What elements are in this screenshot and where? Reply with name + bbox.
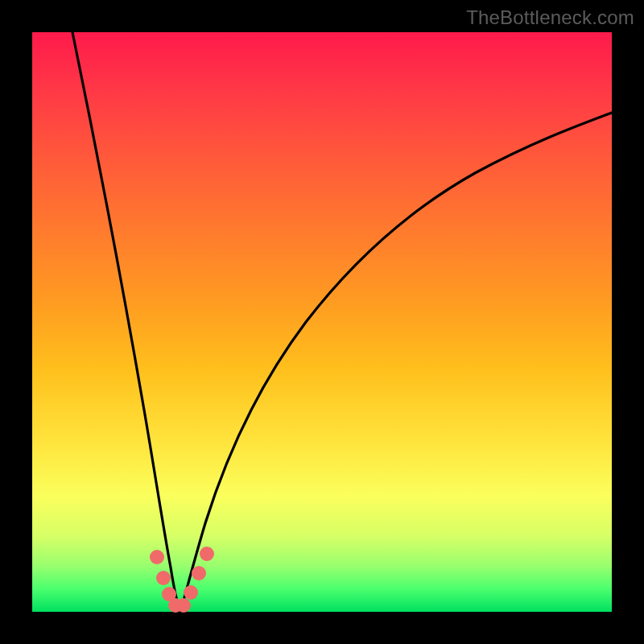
plot-area	[32, 32, 612, 612]
watermark-text: TheBottleneck.com	[466, 6, 634, 29]
trough-marker	[192, 566, 206, 580]
trough-marker	[150, 550, 164, 564]
curve-left-branch	[72, 32, 180, 612]
curve-layer	[32, 32, 612, 612]
trough-marker-group	[150, 547, 214, 613]
curve-right-branch	[180, 113, 612, 612]
trough-marker	[184, 585, 198, 600]
trough-marker	[176, 598, 191, 613]
trough-marker	[200, 547, 214, 561]
trough-marker	[156, 571, 171, 585]
chart-frame: TheBottleneck.com	[0, 0, 644, 644]
